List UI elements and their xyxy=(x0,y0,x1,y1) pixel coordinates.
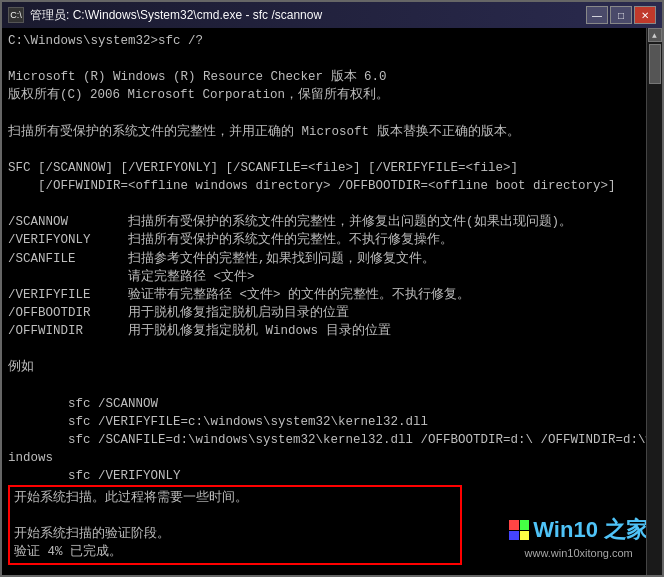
highlight-line-1: 开始系统扫描。此过程将需要一些时间。 xyxy=(14,489,456,507)
cmd-line-16: /OFFBOOTDIR 用于脱机修复指定脱机启动目录的位置 xyxy=(8,304,656,322)
cmd-line-14: 请定完整路径 <文件> xyxy=(8,268,656,286)
cmd-line-8: SFC [/SCANNOW] [/VERIFYONLY] [/SCANFILE=… xyxy=(8,159,656,177)
scroll-up-button[interactable]: ▲ xyxy=(648,28,662,42)
cmd-line-3: Microsoft (R) Windows (R) Resource Check… xyxy=(8,68,656,86)
cmd-line-2 xyxy=(8,50,656,68)
cmd-line-12: /VERIFYONLY 扫描所有受保护的系统文件的完整性。不执行修复操作。 xyxy=(8,231,656,249)
scroll-thumb[interactable] xyxy=(649,44,661,84)
maximize-button[interactable]: □ xyxy=(610,6,632,24)
window-title: 管理员: C:\Windows\System32\cmd.exe - sfc /… xyxy=(30,7,586,24)
cmd-line-21: sfc /SCANNOW xyxy=(8,395,656,413)
cmd-line-6: 扫描所有受保护的系统文件的完整性，并用正确的 Microsoft 版本替换不正确… xyxy=(8,123,656,141)
watermark-logo: Win10 之家 xyxy=(509,515,648,545)
cmd-line-9: [/OFFWINDIR=<offline windows directory> … xyxy=(8,177,656,195)
watermark: Win10 之家 www.win10xitong.com xyxy=(501,509,656,565)
highlight-line-4: 验证 4% 已完成。 xyxy=(14,543,456,561)
minimize-button[interactable]: — xyxy=(586,6,608,24)
watermark-url: www.win10xitong.com xyxy=(509,547,648,559)
windows-flag-icon xyxy=(509,520,529,540)
highlight-output: 开始系统扫描。此过程将需要一些时间。 开始系统扫描的验证阶段。 验证 4% 已完… xyxy=(8,485,462,566)
window-controls: — □ ✕ xyxy=(586,6,656,24)
scrollbar[interactable]: ▲ xyxy=(646,28,662,575)
cmd-line-11: /SCANNOW 扫描所有受保护的系统文件的完整性，并修复出问题的文件(如果出现… xyxy=(8,213,656,231)
cmd-line-20 xyxy=(8,376,656,394)
cmd-line-7 xyxy=(8,141,656,159)
cmd-line-17: /OFFWINDIR 用于脱机修复指定脱机 Windows 目录的位置 xyxy=(8,322,656,340)
cmd-line-24: sfc /VERIFYONLY xyxy=(8,467,656,485)
cmd-line-10 xyxy=(8,195,656,213)
highlight-line-3: 开始系统扫描的验证阶段。 xyxy=(14,525,456,543)
title-bar: C:\ 管理员: C:\Windows\System32\cmd.exe - s… xyxy=(2,2,662,28)
watermark-title: Win10 之家 xyxy=(533,515,648,545)
cmd-line-1: C:\Windows\system32>sfc /? xyxy=(8,32,656,50)
cmd-line-19: 例如 xyxy=(8,358,656,376)
cmd-line-18 xyxy=(8,340,656,358)
cmd-window: C:\ 管理员: C:\Windows\System32\cmd.exe - s… xyxy=(0,0,664,577)
cmd-icon: C:\ xyxy=(8,7,24,23)
cmd-line-23: sfc /SCANFILE=d:\windows\system32\kernel… xyxy=(8,431,656,467)
highlight-line-2 xyxy=(14,507,456,525)
cmd-line-4: 版权所有(C) 2006 Microsoft Corporation，保留所有权… xyxy=(8,86,656,104)
close-button[interactable]: ✕ xyxy=(634,6,656,24)
cmd-line-13: /SCANFILE 扫描参考文件的完整性,如果找到问题，则修复文件。 xyxy=(8,250,656,268)
cmd-line-15: /VERIFYFILE 验证带有完整路径 <文件> 的文件的完整性。不执行修复。 xyxy=(8,286,656,304)
cmd-line-5 xyxy=(8,105,656,123)
cmd-line-22: sfc /VERIFYFILE=c:\windows\system32\kern… xyxy=(8,413,656,431)
cmd-content[interactable]: C:\Windows\system32>sfc /? Microsoft (R)… xyxy=(2,28,662,575)
